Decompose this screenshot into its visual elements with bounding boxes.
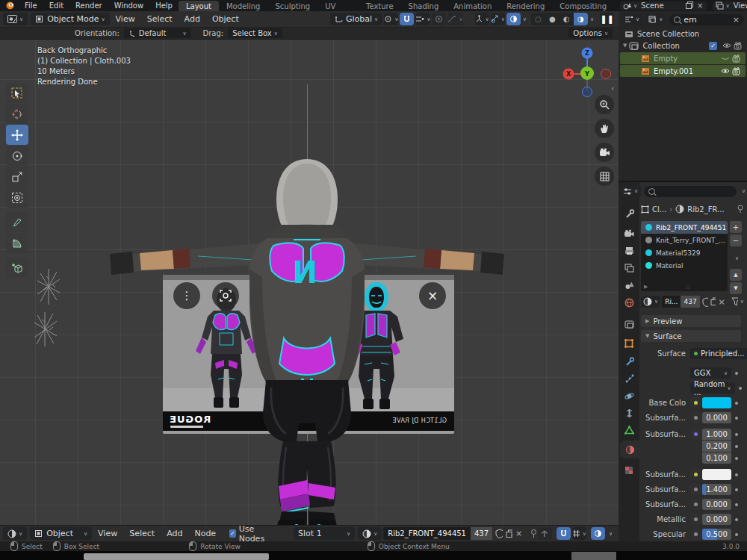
workspace-tab-animation[interactable]: Animation [446, 1, 499, 12]
slot-dropdown[interactable]: Slot 1∨ [294, 527, 355, 540]
decorator[interactable] [690, 429, 701, 440]
tab-constraints[interactable] [619, 404, 639, 422]
snap-magnet-button[interactable] [400, 13, 414, 25]
pan-button[interactable] [595, 119, 614, 138]
drag-dropdown[interactable]: Select Box∨ [228, 28, 282, 38]
pause-render-button[interactable]: ❚❚ [600, 13, 614, 25]
character-model[interactable]: N [101, 150, 515, 525]
tab-view-layer[interactable] [619, 259, 639, 277]
move-tool[interactable] [6, 125, 28, 145]
keyframe-dot[interactable] [735, 488, 738, 491]
surface-panel-header[interactable]: ▼ Surface [641, 330, 741, 342]
proportional-falloff-dropdown[interactable]: ∨ [447, 13, 462, 25]
menu-view[interactable]: View [110, 14, 141, 24]
breadcrumb-material[interactable]: Rib2_FR... [687, 205, 737, 214]
tab-world[interactable] [619, 293, 639, 311]
blender-logo-icon[interactable] [6, 1, 14, 10]
breadcrumb-object[interactable]: Cl... [652, 205, 666, 214]
outliner-display-mode-dropdown[interactable]: ∨ [645, 14, 666, 25]
show-gizmo-dropdown[interactable]: ∨ [475, 13, 489, 25]
menu-add[interactable]: Add [161, 529, 188, 538]
properties-search-input[interactable] [644, 186, 737, 197]
outliner-scene-collection[interactable]: Scene Collection [619, 28, 747, 40]
base-color-swatch[interactable] [702, 397, 731, 408]
menu-object[interactable]: Object [206, 14, 245, 24]
workspace-tab-modeling[interactable]: Modeling [219, 1, 268, 12]
radius-z-slider[interactable]: 0.100 [702, 452, 731, 464]
shading-rendered-button[interactable]: ◑ [574, 13, 588, 25]
keyframe-dot[interactable] [739, 387, 742, 390]
annotate-tool[interactable] [6, 212, 28, 232]
radius-y-slider[interactable]: 0.200 [702, 441, 731, 452]
snap-pivot-button[interactable]: ∨ [384, 13, 398, 25]
tab-material[interactable] [620, 441, 639, 458]
workspace-tab-shading[interactable]: Shading [401, 1, 447, 12]
transform-orientation-dropdown[interactable]: Global∨ [330, 13, 382, 25]
material-slot[interactable]: Rib2_FRONT_494451 [641, 221, 728, 234]
add-slot-button[interactable]: + [730, 221, 742, 233]
list-expand-arrow[interactable]: ▶ [644, 284, 648, 290]
rotate-tool[interactable] [6, 146, 28, 166]
outliner-empty-row[interactable]: Empty [620, 52, 746, 64]
zoom-button[interactable] [595, 95, 614, 114]
workspace-tab-rendering[interactable]: Rendering [499, 1, 552, 12]
render-visibility-icon[interactable] [732, 55, 743, 63]
material-slot[interactable]: Knit_Terry_FRONT_... [641, 234, 728, 246]
menu-render[interactable]: Render [69, 1, 108, 10]
pin-icon[interactable] [530, 529, 536, 538]
browse-material-button[interactable]: ∨ [641, 296, 660, 308]
shader-type-dropdown[interactable]: Object∨ [30, 527, 92, 540]
keyframe-dot[interactable] [735, 402, 738, 405]
parent-node-tree-button[interactable] [538, 527, 552, 540]
gizmo-axis-y[interactable]: Y [584, 70, 590, 78]
keyframe-dot[interactable] [735, 503, 738, 506]
eye-open-icon[interactable] [720, 67, 731, 75]
decorator[interactable] [690, 499, 701, 510]
pin-icon[interactable] [737, 205, 744, 214]
keyframe-dot[interactable] [735, 457, 738, 460]
collection-checkbox[interactable]: ✓ [709, 42, 717, 50]
subsurface-color-swatch[interactable] [702, 469, 731, 480]
ior-slider[interactable]: 1.400 [702, 484, 731, 495]
taskbar-button[interactable] [571, 552, 616, 560]
keyframe-dot[interactable] [735, 445, 738, 448]
shading-wireframe-button[interactable]: ○ [531, 13, 545, 25]
add-cube-tool[interactable] [6, 258, 28, 278]
unlink-material-icon[interactable]: × [515, 529, 522, 538]
tab-output[interactable] [619, 242, 639, 260]
options-dropdown[interactable]: Options∨ [568, 28, 613, 38]
tab-collection-props[interactable] [619, 315, 639, 333]
radius-x-slider[interactable]: 1.000 [702, 429, 731, 440]
menu-add[interactable]: Add [179, 14, 206, 24]
shading-options-chevron[interactable]: ∨ [590, 16, 594, 22]
tab-render[interactable] [619, 224, 639, 242]
menu-help[interactable]: Help [149, 1, 179, 10]
fake-user-shield-icon[interactable] [702, 297, 708, 307]
material-users-count[interactable]: 437 [681, 296, 699, 308]
list-resize-grip[interactable]: ⁞⁞ [686, 284, 690, 290]
properties-editor-type-button[interactable]: ∨ [620, 185, 641, 197]
gizmo-axis-x[interactable]: X [566, 71, 571, 78]
expand-arrow-icon[interactable]: ▼ [623, 43, 627, 49]
select-box-tool[interactable] [6, 83, 28, 103]
material-name-field[interactable]: Ri... [662, 296, 681, 308]
shading-solid-button[interactable]: ● [545, 13, 560, 25]
keyframe-dot[interactable] [735, 518, 738, 521]
perspective-toggle-button[interactable] [595, 167, 614, 186]
editor-type-button[interactable]: ∨ [3, 13, 28, 25]
link-mode-funnel-icon[interactable] [731, 297, 738, 307]
sidebar-toggle[interactable]: ‹ [611, 84, 614, 93]
measure-tool[interactable] [6, 233, 28, 253]
proportional-editing-button[interactable] [432, 13, 446, 25]
workspace-tab-layout[interactable]: Layout [179, 1, 219, 12]
use-nodes-toggle[interactable]: ✓ Use Nodes [229, 524, 273, 544]
orientation-dropdown[interactable]: Default∨ [124, 28, 191, 38]
menu-edit[interactable]: Edit [43, 1, 69, 10]
chevron-down-icon[interactable]: ∨ [523, 16, 527, 22]
node-snap-magnet-button[interactable] [557, 527, 571, 540]
snap-target-dropdown[interactable]: ∨ [415, 13, 430, 25]
node-snap-target-dropdown[interactable]: ∨ [572, 527, 586, 540]
keyframe-dot[interactable] [735, 417, 738, 420]
tab-texture[interactable] [619, 461, 639, 479]
workspace-tab-uv-editing[interactable]: UV Editing [317, 1, 359, 12]
